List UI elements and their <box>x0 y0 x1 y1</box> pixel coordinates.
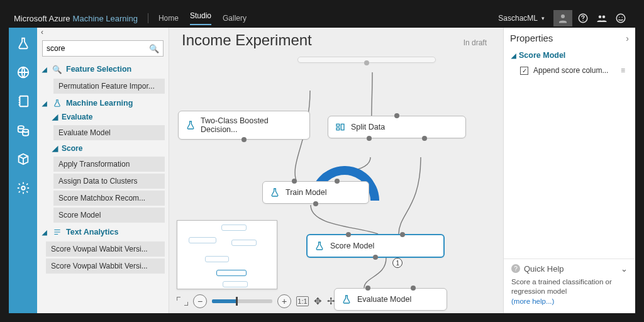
cat-text-analytics[interactable]: ◢Text Analytics <box>41 225 166 240</box>
port-icon[interactable] <box>313 201 318 206</box>
rail-experiments-icon[interactable] <box>15 35 31 52</box>
brand-ms: Microsoft Azure <box>14 14 70 23</box>
sub-score[interactable]: ◢Score <box>41 142 166 155</box>
text-icon <box>52 227 62 237</box>
port-icon[interactable] <box>373 255 378 260</box>
node-label: Score Model <box>330 242 374 250</box>
item-evaluate-model[interactable]: Evaluate Model <box>53 125 165 140</box>
zoom-toolbar: − + 1:1 ✥ ✢ <box>177 293 335 309</box>
pan-icon[interactable]: ✥ <box>314 296 322 307</box>
port-icon[interactable] <box>364 60 369 65</box>
item-score-matchbox[interactable]: Score Matchbox Recom... <box>53 191 165 206</box>
prop-label: Append score colum... <box>533 66 608 75</box>
port-icon[interactable] <box>411 286 416 291</box>
port-icon[interactable] <box>242 137 247 142</box>
node-dataset[interactable] <box>297 57 436 63</box>
people-icon[interactable] <box>594 10 610 26</box>
minimap[interactable] <box>177 220 277 289</box>
port-icon[interactable] <box>367 136 372 141</box>
rail-models-icon[interactable] <box>15 151 31 167</box>
svg-point-2 <box>582 20 584 21</box>
checkbox-icon[interactable]: ✓ <box>520 67 528 75</box>
separator <box>148 13 148 23</box>
zoom-out-button[interactable]: − <box>193 294 207 308</box>
item-score-model[interactable]: Score Model <box>53 208 165 223</box>
grid-icon <box>335 121 346 133</box>
flask-icon <box>185 119 196 131</box>
experiment-canvas[interactable]: Two-Class Boosted Decision... Split Data… <box>169 50 503 313</box>
user-name[interactable]: SaschacML <box>498 14 538 23</box>
node-boosted[interactable]: Two-Class Boosted Decision... <box>178 111 310 140</box>
port-icon[interactable] <box>365 286 370 291</box>
rail-web-icon[interactable] <box>15 64 31 80</box>
palette-collapse-icon[interactable]: ‹ <box>37 28 169 39</box>
zoom-actual-button[interactable]: 1:1 <box>296 296 309 306</box>
rail-datasets-icon[interactable] <box>15 122 31 138</box>
node-label: Split Data <box>351 123 385 131</box>
quick-help: ?Quick Help⌄ Score a trained classificat… <box>504 258 635 313</box>
port-icon[interactable] <box>292 179 297 184</box>
sub-evaluate[interactable]: ◢Evaluate <box>41 111 166 123</box>
properties-panel: Properties› ◢Score Model ✓ Append score … <box>503 28 635 313</box>
svg-point-0 <box>561 14 565 18</box>
item-vw2[interactable]: Score Vowpal Wabbit Versi... <box>46 258 165 274</box>
experiment-status: In draft <box>464 38 487 47</box>
port-icon[interactable] <box>346 232 351 237</box>
quick-help-title[interactable]: Quick Help <box>524 264 564 274</box>
user-caret-icon[interactable]: ▾ <box>541 15 545 21</box>
search-icon[interactable]: 🔍 <box>149 44 159 53</box>
svg-point-7 <box>622 17 623 18</box>
port-icon[interactable] <box>394 113 399 118</box>
top-bar: Microsoft Azure Machine Learning Home St… <box>9 9 635 28</box>
nav-studio[interactable]: Studio <box>190 11 211 25</box>
item-vw1[interactable]: Score Vowpal Wabbit Versi... <box>46 242 165 257</box>
svg-point-6 <box>619 17 620 18</box>
palette-search-input[interactable] <box>47 44 149 53</box>
help-icon[interactable] <box>575 10 591 26</box>
more-icon[interactable]: ≡ <box>621 66 626 75</box>
smile-icon[interactable] <box>613 10 629 26</box>
zoom-in-button[interactable]: + <box>277 294 291 308</box>
flask-icon <box>269 187 280 198</box>
item-permutation-feature[interactable]: Permutation Feature Impor... <box>53 79 165 94</box>
svg-point-10 <box>18 126 23 129</box>
magnify-icon: 🔍 <box>52 64 62 74</box>
module-palette: ‹ 🔍 ◢🔍Feature Selection Permutation Feat… <box>37 28 169 313</box>
node-train[interactable]: Train Model <box>262 181 369 204</box>
item-apply-transformation[interactable]: Apply Transformation <box>53 157 165 172</box>
profile-icon[interactable] <box>553 10 572 26</box>
svg-point-3 <box>599 16 602 19</box>
item-assign-clusters[interactable]: Assign Data to Clusters <box>53 174 165 189</box>
rail-settings-icon[interactable] <box>15 180 31 196</box>
svg-rect-15 <box>341 124 344 130</box>
nav-home[interactable]: Home <box>158 14 179 23</box>
cat-machine-learning[interactable]: ◢Machine Learning <box>41 96 166 111</box>
svg-rect-13 <box>336 124 340 126</box>
node-label: Two-Class Boosted Decision... <box>201 116 302 134</box>
svg-rect-9 <box>19 96 28 107</box>
zoom-slider[interactable] <box>212 299 272 303</box>
svg-point-5 <box>616 14 625 23</box>
properties-title: Properties <box>510 33 553 43</box>
prop-section-score-model[interactable]: ◢Score Model <box>504 48 635 62</box>
fit-screen-icon[interactable] <box>177 297 188 306</box>
chevron-down-icon[interactable]: ⌄ <box>621 264 628 274</box>
move-icon[interactable]: ✢ <box>327 296 335 307</box>
svg-point-12 <box>21 186 25 190</box>
palette-search[interactable]: 🔍 <box>42 40 164 57</box>
node-split[interactable]: Split Data <box>328 116 466 138</box>
port-icon[interactable] <box>422 136 427 141</box>
rail-notebook-icon[interactable] <box>15 93 31 109</box>
port-icon[interactable] <box>400 232 405 237</box>
prop-append-score[interactable]: ✓ Append score colum... ≡ <box>504 62 635 79</box>
node-score[interactable]: Score Model 1 <box>306 234 445 258</box>
nav-gallery[interactable]: Gallery <box>223 14 247 23</box>
experiment-title[interactable]: Income Experiment <box>182 31 312 49</box>
left-rail <box>9 28 37 313</box>
node-evaluate[interactable]: Evaluate Model <box>334 288 447 311</box>
port-icon[interactable] <box>335 179 340 184</box>
chevron-right-icon[interactable]: › <box>626 33 629 43</box>
more-help-link[interactable]: (more help...) <box>511 297 554 305</box>
cat-feature-selection[interactable]: ◢🔍Feature Selection <box>41 62 166 77</box>
node-badge: 1 <box>392 258 402 268</box>
